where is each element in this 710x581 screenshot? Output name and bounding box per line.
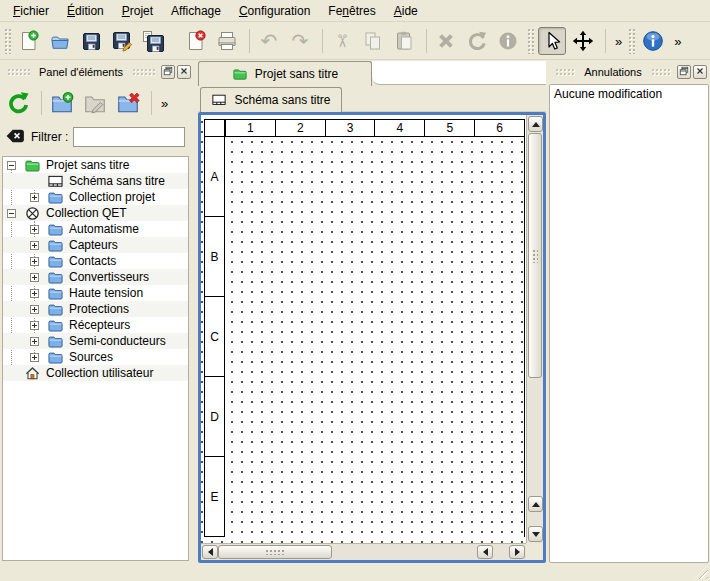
undo-list-item[interactable]: Aucune modification — [550, 85, 708, 103]
info-overflow-button[interactable]: » — [670, 34, 685, 49]
tree-item-label: Haute tension — [69, 286, 143, 300]
schema-canvas[interactable]: 123456 ABCDE — [201, 115, 526, 543]
tree-item-collection-utilisateur[interactable]: Collection utilisateur — [3, 365, 188, 381]
menu-edition[interactable]: Édition — [58, 1, 113, 21]
tree-item-label: Protections — [69, 302, 129, 316]
scroll-left-button[interactable] — [202, 545, 218, 559]
row-label-column: ABCDE — [205, 120, 225, 537]
pan-mode-button[interactable] — [569, 27, 597, 55]
save-all-button[interactable] — [139, 27, 167, 55]
tree-item-convertisseurs[interactable]: Convertisseurs — [3, 269, 188, 285]
tree-item-semi-conducteurs[interactable]: Semi-conducteurs — [3, 333, 188, 349]
scroll-down-button[interactable] — [528, 526, 543, 542]
undo-button[interactable]: ↶ — [255, 27, 283, 55]
expand-icon[interactable] — [30, 321, 39, 330]
tree-item-protections[interactable]: Protections — [3, 301, 188, 317]
elements-panel-titlebar[interactable]: Panel d'éléments — [0, 62, 194, 82]
tree-item-collection-qet[interactable]: Collection QET — [3, 205, 188, 221]
green-folder-icon — [232, 67, 248, 81]
expand-icon[interactable] — [30, 337, 39, 346]
collapse-icon[interactable] — [7, 209, 16, 218]
vertical-scroll-thumb[interactable] — [528, 133, 542, 378]
undo-panel-titlebar[interactable]: Annulations — [548, 62, 710, 82]
tree-item-automatisme[interactable]: Automatisme — [3, 221, 188, 237]
element-info-button[interactable] — [494, 27, 522, 55]
redo-button[interactable]: ↷ — [286, 27, 314, 55]
delete-category-button[interactable] — [113, 88, 143, 118]
edit-category-button[interactable] — [80, 88, 110, 118]
close-document-button[interactable] — [182, 27, 210, 55]
expand-icon[interactable] — [30, 305, 39, 314]
tab-bar-empty-area — [372, 61, 546, 85]
vertical-scrollbar[interactable] — [526, 115, 543, 543]
scroll-left-button-2[interactable] — [477, 545, 493, 559]
tree-item-contacts[interactable]: Contacts — [3, 253, 188, 269]
scroll-up-button-2[interactable] — [528, 496, 543, 512]
menu-configuration[interactable]: Configuration — [230, 1, 319, 21]
print-button[interactable] — [213, 27, 241, 55]
about-info-button[interactable] — [639, 27, 667, 55]
toolbar-handle[interactable] — [628, 28, 635, 54]
scrollbar-corner — [526, 543, 543, 560]
save-button[interactable] — [77, 27, 105, 55]
tree-item-schema-sans-titre[interactable]: Schéma sans titre — [3, 173, 188, 189]
open-project-button[interactable] — [46, 27, 74, 55]
tree-item-collection-projet[interactable]: Collection projet — [3, 189, 188, 205]
tree-item-projet-sans-titre[interactable]: Projet sans titre — [3, 157, 188, 173]
scroll-right-button[interactable] — [509, 545, 525, 559]
rotate-button[interactable] — [463, 27, 491, 55]
new-document-button[interactable] — [15, 27, 43, 55]
cut-button[interactable]: ✂ — [328, 27, 356, 55]
expand-icon[interactable] — [30, 273, 39, 282]
new-document-icon — [18, 30, 40, 52]
info-blue-icon — [642, 30, 664, 52]
close-undo-panel-button[interactable] — [693, 65, 707, 79]
tools-overflow-button[interactable]: » — [611, 34, 626, 49]
expand-icon[interactable] — [30, 225, 39, 234]
float-undo-panel-button[interactable] — [677, 65, 691, 79]
column-header-row: 123456 — [225, 120, 524, 137]
close-panel-button[interactable] — [177, 65, 191, 79]
new-category-button[interactable] — [47, 88, 77, 118]
row-label: C — [205, 297, 224, 377]
tree-item-capteurs[interactable]: Capteurs — [3, 237, 188, 253]
float-panel-button[interactable] — [161, 65, 175, 79]
selection-mode-button[interactable] — [538, 27, 566, 55]
save-as-icon — [111, 30, 133, 52]
menu-aide[interactable]: Aide — [385, 1, 427, 21]
scroll-up-button[interactable] — [528, 116, 543, 132]
tab-project[interactable]: Projet sans titre — [198, 61, 372, 86]
tab-schema[interactable]: Schéma sans titre — [200, 87, 342, 112]
save-as-button[interactable] — [108, 27, 136, 55]
reload-collections-button[interactable] — [3, 88, 33, 118]
horizontal-scroll-thumb[interactable] — [218, 545, 332, 559]
expand-icon[interactable] — [30, 241, 39, 250]
tree-item-recepteurs[interactable]: Récepteurs — [3, 317, 188, 333]
toolbar-handle[interactable] — [4, 28, 11, 54]
toolbar-handle[interactable] — [527, 28, 534, 54]
move-icon — [572, 30, 594, 52]
menu-fenetres[interactable]: Fenêtres — [319, 1, 384, 21]
menu-affichage[interactable]: Affichage — [162, 1, 230, 21]
collapse-icon[interactable] — [7, 161, 16, 170]
expand-icon[interactable] — [30, 257, 39, 266]
blue-folder-icon — [48, 270, 63, 285]
expand-icon[interactable] — [30, 353, 39, 362]
expand-icon[interactable] — [30, 193, 39, 202]
panel-overflow-button[interactable]: » — [157, 96, 172, 111]
resize-grip[interactable] — [694, 565, 708, 579]
filter-input[interactable] — [73, 127, 185, 147]
blue-folder-icon — [48, 238, 63, 253]
undo-icon: ↶ — [261, 31, 278, 51]
delete-x-icon — [435, 30, 457, 52]
menu-fichier[interactable]: Fichier — [4, 1, 58, 21]
clear-filter-button[interactable] — [5, 128, 25, 147]
menu-projet[interactable]: Projet — [113, 1, 162, 21]
tree-item-haute-tension[interactable]: Haute tension — [3, 285, 188, 301]
copy-button[interactable] — [359, 27, 387, 55]
horizontal-scrollbar[interactable] — [201, 543, 526, 560]
paste-button[interactable] — [390, 27, 418, 55]
expand-icon[interactable] — [30, 289, 39, 298]
delete-button[interactable] — [432, 27, 460, 55]
tree-item-sources[interactable]: Sources — [3, 349, 188, 365]
